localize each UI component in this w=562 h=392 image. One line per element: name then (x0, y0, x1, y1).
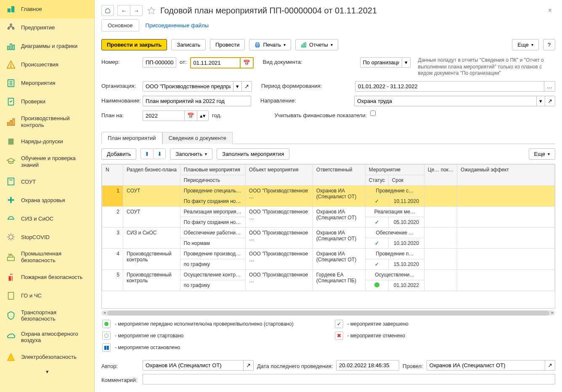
post-button[interactable]: Провести (210, 39, 245, 50)
sidebar-item-label: Предприятие (21, 24, 55, 31)
col-effect[interactable]: Ожидаемый эффект (457, 164, 555, 185)
back-button[interactable]: ← (117, 5, 130, 16)
sidebar-item-18[interactable]: Электробезопасность (0, 348, 94, 366)
lastpost-input[interactable] (336, 360, 399, 371)
stepper-icon[interactable]: ▴▾ (197, 110, 209, 121)
postedby-input[interactable] (427, 360, 545, 371)
save-button[interactable]: Записать (171, 39, 206, 50)
period-input[interactable] (355, 81, 544, 92)
sidebar-item-5[interactable]: Проверки (0, 92, 94, 111)
col-status[interactable]: Статус (365, 175, 388, 185)
sidebar-item-label: Проверки (21, 98, 45, 105)
col-responsible[interactable]: Ответственный (313, 164, 365, 185)
number-label: Номер: (101, 57, 139, 65)
move-down-button[interactable]: ⬇ (153, 148, 166, 159)
close-button[interactable]: × (545, 5, 555, 16)
sidebar-expand-icon[interactable]: ▾ (0, 366, 94, 377)
sidebar-item-16[interactable]: Транспортная безопасность (0, 305, 94, 326)
electric-icon (6, 352, 16, 362)
sidebar-item-8[interactable]: Обучение и проверка знаний (0, 151, 94, 172)
comment-label: Комментарий: (101, 375, 139, 383)
home-button[interactable] (101, 5, 114, 16)
col-date[interactable]: Срок (388, 175, 424, 185)
svg-point-28 (9, 235, 13, 239)
move-up-button[interactable]: ⬆ (140, 148, 153, 159)
svg-rect-0 (8, 8, 11, 12)
sidebar-item-14[interactable]: Пожарная безопасность (0, 268, 94, 287)
table-row[interactable]: 2 СОУТ Реализация мероприя… ООО "Произво… (102, 206, 555, 217)
table-row[interactable]: 3 СИЗ и СиОС Обеспечение работни… ООО "П… (102, 227, 555, 238)
sidebar-item-6[interactable]: Производственный контроль (0, 111, 94, 132)
dropdown-icon[interactable]: ▾ (537, 96, 545, 106)
dropdown-icon[interactable]: ▾ (402, 57, 411, 68)
favorite-icon[interactable] (146, 5, 157, 16)
comment-input[interactable] (143, 374, 555, 384)
org-input[interactable] (143, 81, 233, 92)
col-object[interactable]: Объект мероприятия (245, 164, 313, 185)
tab-docinfo[interactable]: Сведения о документе (162, 132, 233, 144)
post-and-close-button[interactable]: Провести и закрыть (101, 39, 167, 50)
name-input[interactable] (143, 96, 251, 106)
svg-rect-11 (13, 45, 15, 50)
forward-button[interactable]: → (130, 5, 143, 16)
tab-attached-files[interactable]: Присоединенные файлы (139, 19, 215, 32)
fill-events-button[interactable]: Заполнить мероприятия (217, 148, 289, 160)
table-row[interactable]: 4 Производственный контроль Проведение п… (102, 248, 555, 259)
print-button[interactable]: Печать (249, 39, 291, 50)
sidebar-item-12[interactable]: StopCOVID (0, 228, 94, 246)
date-input[interactable] (190, 57, 241, 68)
ellipsis-icon[interactable]: … (544, 81, 555, 92)
horizontal-scrollbar[interactable]: ◂ ▸ (101, 310, 555, 316)
col-event[interactable]: Мероприятие (365, 164, 424, 175)
sidebar-item-label: Обучение и проверка знаний (21, 155, 88, 168)
open-icon[interactable]: ↗ (242, 81, 252, 92)
sidebar-item-13[interactable]: Промышленная безопасность (0, 246, 94, 268)
calendar-icon[interactable]: 📅 (241, 57, 254, 68)
sidebar-item-2[interactable]: Диаграммы и графики (0, 37, 94, 55)
col-planned[interactable]: Плановые мероприятия (180, 164, 245, 175)
sidebar-item-0[interactable]: Главное (0, 0, 94, 18)
add-button[interactable]: Добавить (101, 148, 136, 160)
table-row[interactable]: 5 Производственный контроль Осуществлени… (102, 269, 555, 280)
fill-button[interactable]: Заполнить (170, 148, 212, 160)
col-section[interactable]: Раздел бизнес-плана (123, 164, 180, 185)
svg-rect-23 (8, 178, 14, 185)
dropdown-icon[interactable]: ▾ (233, 81, 242, 92)
sidebar-item-3[interactable]: Происшествия (0, 55, 94, 74)
col-target[interactable]: Це… пок… (424, 164, 457, 185)
table-more-button[interactable]: Еще (529, 148, 555, 160)
open-icon[interactable]: ↗ (244, 360, 254, 371)
finance-checkbox[interactable] (370, 110, 376, 116)
col-n[interactable]: N (102, 164, 123, 185)
direction-input[interactable] (354, 96, 537, 106)
sidebar-item-4[interactable]: Мероприятия (0, 74, 94, 92)
sidebar-item-9[interactable]: СОУТ (0, 172, 94, 191)
planfor-input[interactable] (143, 110, 185, 121)
home-icon (6, 4, 16, 14)
sidebar-item-1[interactable]: Предприятие (0, 18, 94, 37)
col-periodicity[interactable]: Периодичность (180, 175, 245, 185)
sidebar-item-11[interactable]: СИЗ и СиОС (0, 209, 94, 228)
tab-main[interactable]: Основное (101, 19, 139, 32)
fire-icon (6, 272, 16, 282)
open-icon[interactable]: ↗ (545, 96, 555, 106)
sidebar-item-7[interactable]: Наряды-допуски (0, 132, 94, 151)
tab-plan[interactable]: План мероприятий (101, 132, 162, 144)
reports-button[interactable]: Отчеты (295, 39, 338, 50)
more-button[interactable]: Еще (512, 39, 538, 50)
sidebar-item-10[interactable]: Охрана здоровья (0, 191, 94, 209)
health-icon (6, 195, 16, 205)
legend-cancelled: - мероприятие отменено (347, 333, 406, 339)
scroll-left-icon[interactable]: ◂ (101, 310, 107, 315)
table-row[interactable]: 1 СОУТ Проведение специаль… ООО "Произво… (102, 185, 555, 196)
author-input[interactable] (143, 360, 244, 371)
events-table[interactable]: N Раздел бизнес-плана Плановые мероприят… (101, 164, 555, 309)
help-button[interactable]: ? (543, 39, 555, 50)
calendar-icon[interactable]: 📅 (185, 110, 197, 121)
sidebar-item-15[interactable]: ГО и ЧС (0, 287, 94, 305)
number-input[interactable] (143, 57, 176, 68)
open-icon[interactable]: ↗ (545, 360, 555, 371)
scroll-right-icon[interactable]: ▸ (549, 310, 555, 315)
sidebar-item-17[interactable]: Охрана атмосферного воздуха (0, 326, 94, 348)
doctype-select[interactable] (360, 57, 402, 68)
